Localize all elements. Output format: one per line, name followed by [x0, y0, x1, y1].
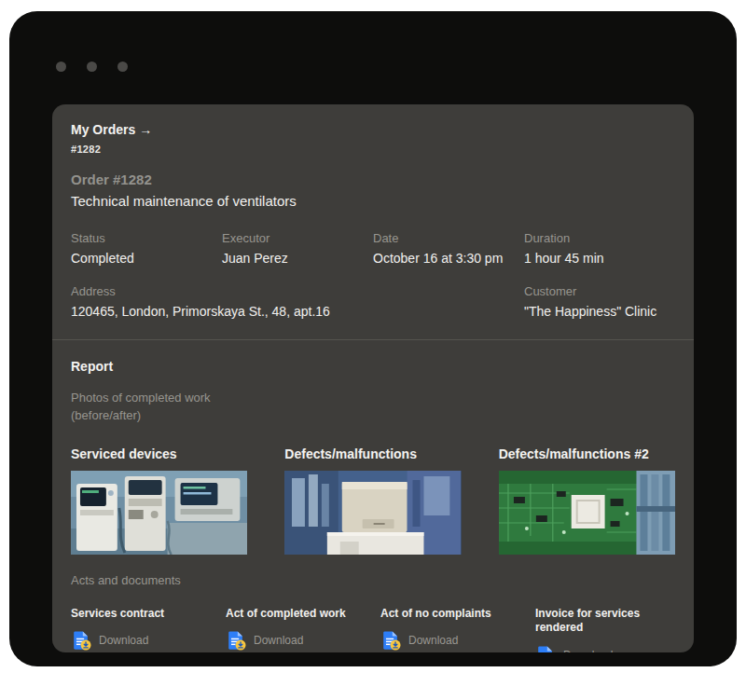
documents-caption: Acts and documents [71, 573, 675, 587]
document-title: Services contract [71, 607, 211, 622]
photo-serviced-devices[interactable] [71, 471, 247, 555]
section-divider [52, 339, 694, 340]
field-customer-label: Customer [524, 284, 675, 298]
documents-grid: Services contract Download [71, 607, 675, 652]
field-date-value: October 16 at 3:30 pm [373, 251, 524, 266]
download-label: Download [408, 634, 458, 647]
photo-label: Defects/malfunctions #2 [499, 446, 675, 461]
field-executor-label: Executor [222, 231, 373, 245]
window-control-dot[interactable] [56, 62, 66, 72]
document-title: Act of completed work [226, 607, 366, 622]
photo-label: Defects/malfunctions [284, 446, 461, 461]
download-act-no-complaints-link[interactable]: Download [380, 630, 520, 651]
document-icon [380, 630, 401, 651]
photo-card-serviced-devices: Serviced devices [71, 446, 247, 555]
field-customer-value: "The Happiness" Clinic [524, 304, 675, 319]
field-duration: Duration 1 hour 45 min [524, 231, 675, 266]
breadcrumb-order-number: #1282 [71, 144, 675, 155]
document-icon [226, 630, 246, 651]
circuit-board-photo-illustration [499, 471, 675, 555]
photo-defects-malfunctions-2[interactable] [499, 471, 675, 555]
field-address-label: Address [71, 284, 524, 298]
field-date: Date October 16 at 3:30 pm [373, 231, 524, 266]
document-act-no-complaints: Act of no complaints Download [380, 607, 520, 652]
download-label: Download [99, 634, 148, 647]
document-title: Act of no complaints [380, 607, 520, 622]
order-fields-row-2: Address 120465, London, Primorskaya St.,… [71, 284, 675, 319]
field-duration-value: 1 hour 45 min [524, 251, 675, 266]
document-act-completed-work: Act of completed work Download [226, 607, 366, 652]
field-executor: Executor Juan Perez [222, 231, 373, 266]
order-card: My Orders → #1282 Order #1282 Technical … [52, 104, 694, 652]
serviced-devices-photo-illustration [71, 471, 247, 555]
window-control-dot[interactable] [87, 62, 97, 72]
photo-card-defects-2: Defects/malfunctions #2 [499, 446, 675, 555]
photos-caption-line2: (before/after) [71, 407, 675, 425]
photo-card-defects: Defects/malfunctions [284, 446, 461, 555]
download-act-completed-work-link[interactable]: Download [226, 630, 366, 651]
photo-label: Serviced devices [71, 446, 247, 461]
order-heading: Order #1282 Technical maintenance of ven… [71, 172, 675, 209]
defects-photo-illustration [284, 471, 461, 555]
report-section-title: Report [71, 359, 675, 374]
breadcrumb: My Orders → #1282 [71, 121, 675, 155]
app-window: My Orders → #1282 Order #1282 Technical … [9, 11, 737, 666]
field-date-label: Date [373, 231, 524, 245]
photo-defects-malfunctions[interactable] [284, 471, 461, 555]
order-title: Order #1282 [71, 172, 675, 187]
field-customer: Customer "The Happiness" Clinic [524, 284, 675, 319]
field-status-value: Completed [71, 251, 222, 266]
document-icon [535, 645, 556, 652]
download-services-contract-link[interactable]: Download [71, 630, 211, 651]
field-status: Status Completed [71, 231, 222, 266]
field-address: Address 120465, London, Primorskaya St.,… [71, 284, 524, 319]
order-subtitle: Technical maintenance of ventilators [71, 193, 675, 209]
download-invoice-link[interactable]: Download [535, 645, 675, 652]
field-executor-value: Juan Perez [222, 251, 373, 266]
photos-caption: Photos of completed work (before/after) [71, 390, 675, 425]
field-status-label: Status [71, 231, 222, 245]
download-label: Download [254, 634, 303, 647]
document-invoice: Invoice for services rendered Download [535, 607, 675, 652]
window-control-dot[interactable] [117, 62, 128, 72]
document-services-contract: Services contract Download [71, 607, 211, 652]
breadcrumb-my-orders-link[interactable]: My Orders → [71, 122, 152, 137]
field-address-value: 120465, London, Primorskaya St., 48, apt… [71, 304, 524, 319]
download-label: Download [563, 649, 613, 652]
photos-grid: Serviced devices [71, 446, 675, 555]
window-controls [56, 62, 128, 72]
order-fields-row-1: Status Completed Executor Juan Perez Dat… [71, 231, 675, 266]
photos-caption-line1: Photos of completed work [71, 390, 675, 407]
document-icon [71, 630, 91, 651]
field-duration-label: Duration [524, 231, 675, 245]
document-title: Invoice for services rendered [535, 607, 675, 636]
